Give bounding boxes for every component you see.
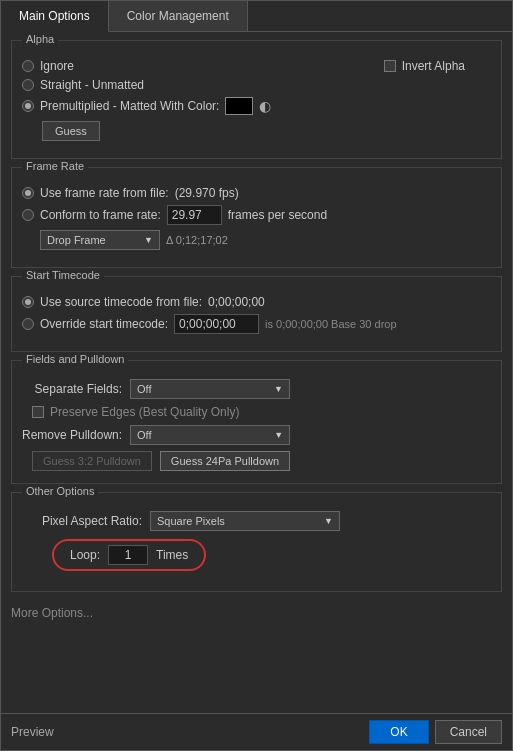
override-timecode-radio[interactable] [22, 318, 34, 330]
par-dropdown[interactable]: Square Pixels ▼ [150, 511, 340, 531]
main-content: Alpha Ignore Invert Alpha Straight - Unm… [1, 32, 512, 713]
matte-color-swatch[interactable] [225, 97, 253, 115]
tab-main-options[interactable]: Main Options [1, 1, 109, 32]
fps-value: (29.970 fps) [175, 186, 239, 200]
tab-color-management[interactable]: Color Management [109, 1, 248, 31]
footer: Preview OK Cancel [1, 713, 512, 750]
ignore-row: Ignore Invert Alpha [22, 59, 491, 73]
premultiplied-radio[interactable] [22, 100, 34, 112]
loop-container: Loop: Times [52, 539, 491, 571]
times-label: Times [156, 548, 188, 562]
guess-24pa-button[interactable]: Guess 24Pa Pulldown [160, 451, 290, 471]
frame-rate-title: Frame Rate [22, 160, 88, 172]
straight-row: Straight - Unmatted [22, 78, 491, 92]
straight-radio[interactable] [22, 79, 34, 91]
fields-pulldown-title: Fields and Pulldown [22, 353, 128, 365]
more-options-link[interactable]: More Options... [1, 600, 512, 626]
override-timecode-row: Override start timecode: is 0;00;00;00 B… [22, 314, 491, 334]
override-timecode-label: Override start timecode: [40, 317, 168, 331]
loop-label: Loop: [70, 548, 100, 562]
separate-fields-row: Separate Fields: Off ▼ [22, 379, 491, 399]
remove-pulldown-dropdown[interactable]: Off ▼ [130, 425, 290, 445]
drop-frame-dropdown[interactable]: Drop Frame ▼ [40, 230, 160, 250]
eyedropper-icon[interactable]: ◐ [259, 98, 271, 114]
preview-label: Preview [11, 725, 363, 739]
conform-row: Conform to frame rate: frames per second [22, 205, 491, 225]
remove-pulldown-arrow-icon: ▼ [274, 430, 283, 440]
alpha-section: Alpha Ignore Invert Alpha Straight - Unm… [11, 40, 502, 159]
fps-unit-label: frames per second [228, 208, 327, 222]
ignore-label: Ignore [40, 59, 74, 73]
use-source-timecode-radio[interactable] [22, 296, 34, 308]
other-options-title: Other Options [22, 485, 98, 497]
timecode-base-info: is 0;00;00;00 Base 30 drop [265, 318, 396, 330]
preserve-edges-label: Preserve Edges (Best Quality Only) [50, 405, 239, 419]
conform-label: Conform to frame rate: [40, 208, 161, 222]
other-options-section: Other Options Pixel Aspect Ratio: Square… [11, 492, 502, 592]
pulldown-buttons-row: Guess 3:2 Pulldown Guess 24Pa Pulldown [22, 451, 491, 471]
conform-radio[interactable] [22, 209, 34, 221]
dialog: Main Options Color Management Alpha Igno… [0, 0, 513, 751]
par-label: Pixel Aspect Ratio: [22, 514, 142, 528]
preserve-edges-row: Preserve Edges (Best Quality Only) [22, 405, 491, 419]
tab-bar: Main Options Color Management [1, 1, 512, 32]
cancel-button[interactable]: Cancel [435, 720, 502, 744]
start-timecode-section: Start Timecode Use source timecode from … [11, 276, 502, 352]
delta-text: Δ 0;12;17;02 [166, 234, 228, 246]
frame-rate-section: Frame Rate Use frame rate from file: (29… [11, 167, 502, 268]
alpha-title: Alpha [22, 33, 58, 45]
separate-fields-dropdown[interactable]: Off ▼ [130, 379, 290, 399]
source-timecode-value: 0;00;00;00 [208, 295, 265, 309]
loop-input[interactable] [108, 545, 148, 565]
guess-row: Guess [22, 121, 491, 141]
separate-fields-arrow-icon: ▼ [274, 384, 283, 394]
straight-label: Straight - Unmatted [40, 78, 144, 92]
premultiplied-row: Premultiplied - Matted With Color: ◐ [22, 97, 491, 115]
dropdown-arrow-icon: ▼ [144, 235, 153, 245]
use-source-timecode-label: Use source timecode from file: [40, 295, 202, 309]
start-timecode-title: Start Timecode [22, 269, 104, 281]
invert-alpha-label: Invert Alpha [402, 59, 465, 73]
separate-fields-label: Separate Fields: [22, 382, 122, 396]
par-arrow-icon: ▼ [324, 516, 333, 526]
use-file-fps-row: Use frame rate from file: (29.970 fps) [22, 186, 491, 200]
ok-button[interactable]: OK [369, 720, 428, 744]
ignore-radio[interactable] [22, 60, 34, 72]
remove-pulldown-label: Remove Pulldown: [22, 428, 122, 442]
use-file-fps-label: Use frame rate from file: [40, 186, 169, 200]
remove-pulldown-row: Remove Pulldown: Off ▼ [22, 425, 491, 445]
fields-pulldown-section: Fields and Pulldown Separate Fields: Off… [11, 360, 502, 484]
invert-alpha-checkbox[interactable] [384, 60, 396, 72]
premultiplied-label: Premultiplied - Matted With Color: [40, 99, 219, 113]
preserve-edges-checkbox[interactable] [32, 406, 44, 418]
fps-input[interactable] [167, 205, 222, 225]
use-file-fps-radio[interactable] [22, 187, 34, 199]
par-row: Pixel Aspect Ratio: Square Pixels ▼ [22, 511, 491, 531]
guess-32-button: Guess 3:2 Pulldown [32, 451, 152, 471]
loop-highlight-box: Loop: Times [52, 539, 206, 571]
override-timecode-input[interactable] [174, 314, 259, 334]
use-source-timecode-row: Use source timecode from file: 0;00;00;0… [22, 295, 491, 309]
drop-frame-row: Drop Frame ▼ Δ 0;12;17;02 [40, 230, 491, 250]
guess-button[interactable]: Guess [42, 121, 100, 141]
